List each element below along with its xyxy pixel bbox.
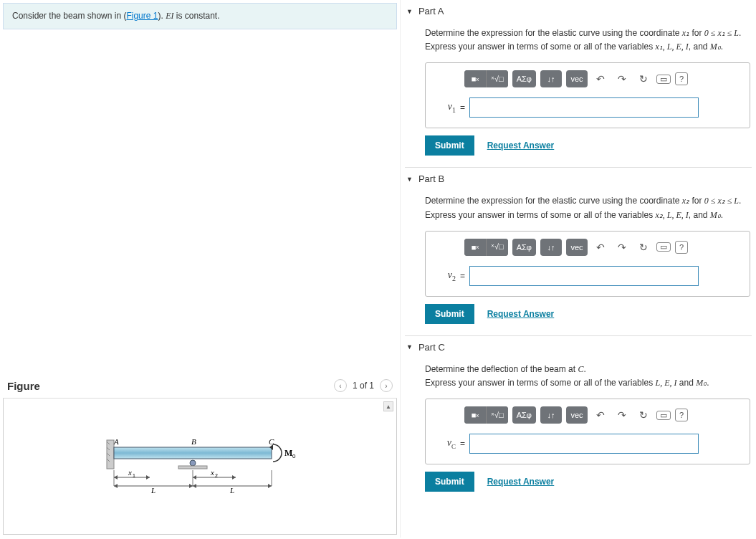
part-b-prompt: Determine the expression for the elastic… [425,194,750,221]
updown-button[interactable]: ↓↑ [540,406,562,424]
undo-button[interactable]: ↶ [592,406,609,424]
caret-down-icon: ▼ [406,343,413,350]
svg-marker-28 [114,484,118,488]
reset-button[interactable]: ↻ [635,239,652,256]
reset-button[interactable]: ↻ [635,70,652,87]
greek-button[interactable]: ΑΣφ [512,70,536,87]
var-label-vc: vC [434,437,456,450]
caret-down-icon: ▼ [406,176,413,183]
redo-button[interactable]: ↷ [613,239,631,256]
answer-input-c[interactable] [469,434,699,454]
answer-input-a[interactable] [469,97,699,118]
figure-viewport: ▲ M0 A B [3,399,397,535]
svg-marker-18 [146,475,150,480]
keyboard-icon[interactable]: ▭ [656,411,671,420]
keyboard-icon[interactable]: ▭ [656,75,671,84]
ei-const: is constant. [173,11,219,21]
keyboard-icon[interactable]: ▭ [656,242,671,252]
templates-button[interactable]: ■x [464,406,486,424]
greek-button[interactable]: ΑΣφ [512,406,536,424]
part-c-title: Part C [418,342,445,353]
part-a-prompt: Determine the expression for the elastic… [425,27,750,54]
svg-marker-24 [193,475,196,480]
next-figure-button[interactable]: › [380,379,393,392]
part-c-answer-box: ■x ˣ√□ ΑΣφ ↓↑ vec ↶ ↷ ↻ ▭ ? vC = [425,399,750,464]
help-button[interactable]: ? [675,409,688,421]
part-c-header[interactable]: ▼ Part C [405,335,752,360]
svg-text:C: C [269,437,274,446]
sqrt-button[interactable]: ˣ√□ [486,406,508,424]
updown-button[interactable]: ↓↑ [540,239,562,256]
part-a-header[interactable]: ▼ Part A [405,0,752,24]
request-answer-link-b[interactable]: Request Answer [487,309,555,319]
answer-input-b[interactable] [469,266,699,286]
vec-button[interactable]: vec [566,406,588,424]
part-b-answer-box: ■x ˣ√□ ΑΣφ ↓↑ vec ↶ ↷ ↻ ▭ ? v2 = [425,231,750,297]
submit-button-b[interactable]: Submit [425,304,474,324]
sqrt-button[interactable]: ˣ√□ [486,239,508,256]
svg-marker-33 [268,484,272,488]
equation-toolbar: ■x ˣ√□ ΑΣφ ↓↑ vec ↶ ↷ ↻ ▭ [434,70,741,87]
part-a-body: Determine the expression for the elastic… [405,24,752,163]
var-label-v1: v1 [434,101,456,114]
beam-diagram: M0 A B C x1 x2 L L [92,434,307,520]
svg-rect-7 [178,466,207,469]
figure-link[interactable]: Figure 1 [126,11,158,21]
vec-button[interactable]: vec [566,70,588,87]
part-a-answer-box: ■x ˣ√□ ΑΣφ ↓↑ vec ↶ ↷ ↻ ▭ [425,62,750,128]
figure-header: Figure ‹ 1 of 1 › [3,373,397,399]
request-answer-link-a[interactable]: Request Answer [487,140,555,151]
vec-button[interactable]: vec [566,239,588,256]
part-c-body: Determine the deflection of the beam at … [405,360,752,499]
prob-text-pre: Consider the beam shown in ( [12,11,126,21]
templates-button[interactable]: ■x [464,70,486,87]
help-button[interactable]: ? [675,241,688,254]
svg-text:M: M [284,448,292,458]
undo-button[interactable]: ↶ [592,70,609,87]
svg-text:1: 1 [133,473,135,478]
redo-button[interactable]: ↷ [613,70,631,87]
svg-marker-23 [232,475,236,480]
prob-text-post: ). [158,11,166,21]
pager-text: 1 of 1 [353,381,374,391]
templates-button[interactable]: ■x [464,239,486,256]
submit-button-a[interactable]: Submit [425,135,474,156]
svg-text:x: x [210,468,214,477]
svg-text:L: L [229,486,234,495]
svg-rect-5 [114,447,272,459]
svg-marker-19 [114,475,118,480]
part-b-body: Determine the expression for the elastic… [405,191,752,330]
figure-pager: ‹ 1 of 1 › [334,379,393,392]
svg-text:L: L [150,486,155,495]
part-b-header[interactable]: ▼ Part B [405,167,752,191]
updown-button[interactable]: ↓↑ [540,70,562,87]
ei-var: EI [166,11,173,21]
redo-button[interactable]: ↷ [613,406,631,424]
svg-marker-32 [193,484,196,488]
problem-statement: Consider the beam shown in (Figure 1). E… [3,3,397,29]
caret-down-icon: ▼ [406,8,413,15]
svg-text:0: 0 [292,453,296,459]
var-label-v2: v2 [434,270,456,282]
prev-figure-button[interactable]: ‹ [334,379,347,392]
submit-button-c[interactable]: Submit [425,472,474,492]
undo-button[interactable]: ↶ [592,239,609,256]
svg-point-6 [190,460,196,466]
svg-text:x: x [128,468,132,477]
scroll-up-icon[interactable]: ▲ [383,401,393,411]
svg-text:B: B [191,437,196,446]
sqrt-button[interactable]: ˣ√□ [486,70,508,87]
greek-button[interactable]: ΑΣφ [512,239,536,256]
figure-title: Figure [7,380,40,392]
part-a-title: Part A [418,6,444,16]
equation-toolbar: ■x ˣ√□ ΑΣφ ↓↑ vec ↶ ↷ ↻ ▭ ? [434,239,741,256]
svg-text:A: A [113,437,119,446]
part-c-prompt: Determine the deflection of the beam at … [425,363,750,390]
part-b-title: Part B [418,173,444,184]
svg-text:2: 2 [215,473,218,478]
reset-button[interactable]: ↻ [635,406,652,424]
request-answer-link-c[interactable]: Request Answer [487,477,555,487]
help-button[interactable]: ? [675,72,688,85]
svg-marker-29 [189,484,193,488]
equation-toolbar: ■x ˣ√□ ΑΣφ ↓↑ vec ↶ ↷ ↻ ▭ ? [434,406,741,424]
